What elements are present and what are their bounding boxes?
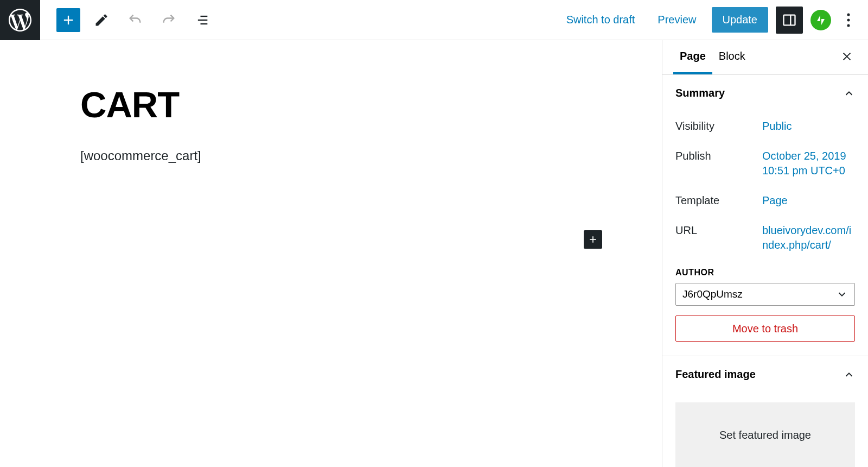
toolbar-left-group [40, 8, 215, 33]
url-row: URL blueivorydev.com/index.php/cart/ [675, 216, 855, 260]
author-selected-value: J6r0QpUmsz [682, 288, 743, 300]
inline-add-block-button[interactable] [584, 230, 602, 249]
undo-icon [127, 12, 143, 28]
close-icon [841, 51, 853, 62]
document-overview-button[interactable] [190, 8, 215, 33]
summary-title: Summary [675, 87, 725, 99]
template-value[interactable]: Page [762, 193, 855, 208]
summary-panel: Summary Visibility Public Publish Octobe… [662, 75, 868, 356]
editor-canvas[interactable]: CART [woocommerce_cart] [0, 40, 662, 467]
edit-mode-button[interactable] [89, 8, 114, 33]
url-label: URL [675, 223, 762, 253]
switch-to-draft-button[interactable]: Switch to draft [559, 8, 643, 31]
options-menu-button[interactable] [839, 7, 858, 33]
page-title-input[interactable]: CART [80, 84, 586, 125]
main-area: CART [woocommerce_cart] Page Block Summa… [0, 40, 868, 467]
list-view-icon [195, 12, 210, 28]
settings-sidebar: Page Block Summary Visibility Public Pub… [662, 40, 868, 467]
preview-button[interactable]: Preview [650, 8, 704, 31]
kebab-icon [847, 13, 850, 27]
undo-button[interactable] [123, 8, 148, 33]
featured-image-toggle[interactable]: Featured image [662, 356, 868, 393]
visibility-label: Visibility [675, 119, 762, 134]
featured-image-panel: Featured image Set featured image [662, 356, 868, 467]
top-toolbar: Switch to draft Preview Update [0, 0, 868, 40]
plus-icon [588, 234, 598, 245]
chevron-down-icon [836, 288, 848, 300]
summary-panel-toggle[interactable]: Summary [662, 75, 868, 111]
toolbar-right-group: Switch to draft Preview Update [559, 7, 868, 34]
add-block-button[interactable] [56, 8, 80, 32]
wordpress-icon [9, 9, 31, 31]
svg-point-9 [847, 13, 850, 16]
author-label: AUTHOR [675, 268, 855, 277]
redo-button[interactable] [156, 8, 181, 33]
publish-value[interactable]: October 25, 2019 10:51 pm UTC+0 [762, 149, 855, 178]
summary-body: Visibility Public Publish October 25, 20… [662, 111, 868, 356]
visibility-row: Visibility Public [675, 111, 855, 141]
author-select[interactable]: J6r0QpUmsz [675, 283, 855, 306]
set-featured-image-button[interactable]: Set featured image [675, 402, 855, 467]
template-row: Template Page [675, 186, 855, 216]
sidebar-tabs: Page Block [662, 40, 868, 75]
chevron-up-icon [843, 87, 855, 99]
sidebar-icon [782, 12, 797, 28]
template-label: Template [675, 193, 762, 208]
settings-sidebar-toggle[interactable] [776, 7, 803, 34]
svg-rect-5 [784, 15, 795, 25]
wordpress-logo-button[interactable] [0, 0, 40, 40]
chevron-up-icon [843, 369, 855, 381]
jetpack-button[interactable] [810, 10, 831, 30]
close-sidebar-button[interactable] [837, 46, 857, 69]
publish-row: Publish October 25, 2019 10:51 pm UTC+0 [675, 141, 855, 186]
shortcode-block[interactable]: [woocommerce_cart] [80, 148, 586, 163]
jetpack-icon [814, 14, 827, 27]
pencil-icon [94, 12, 109, 28]
move-to-trash-button[interactable]: Move to trash [675, 315, 855, 342]
update-button[interactable]: Update [712, 7, 769, 33]
svg-marker-7 [817, 15, 820, 21]
publish-label: Publish [675, 149, 762, 178]
svg-point-11 [847, 24, 850, 27]
featured-image-title: Featured image [675, 368, 756, 381]
svg-marker-8 [821, 19, 825, 25]
plus-icon [61, 12, 76, 28]
redo-icon [161, 12, 176, 28]
tab-block[interactable]: Block [712, 40, 752, 74]
tab-page[interactable]: Page [673, 40, 712, 74]
visibility-value[interactable]: Public [762, 119, 855, 134]
svg-point-10 [847, 18, 850, 21]
url-value[interactable]: blueivorydev.com/index.php/cart/ [762, 223, 855, 253]
